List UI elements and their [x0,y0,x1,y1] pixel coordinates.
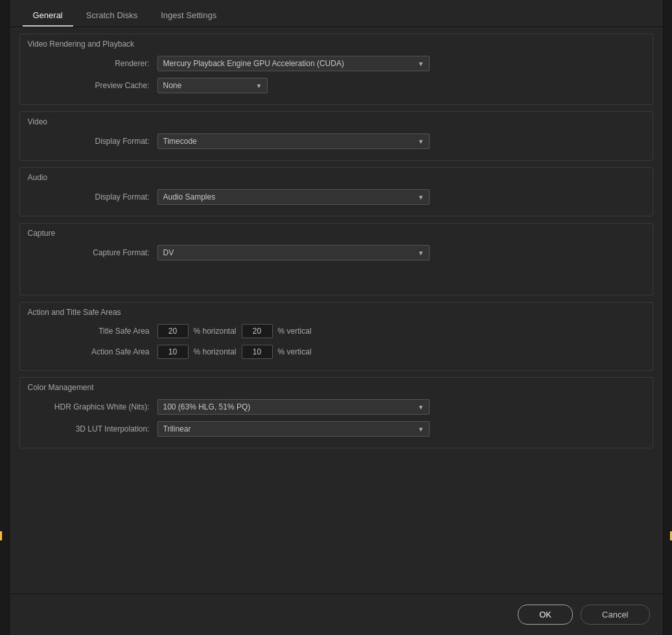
action-safe-label: Action Safe Area [33,347,150,356]
hdr-graphics-row: HDR Graphics White (Nits): 100 (63% HLG,… [20,396,653,418]
color-management-section: Color Management HDR Graphics White (Nit… [19,377,653,448]
tab-scratch-disks[interactable]: Scratch Disks [76,5,148,27]
action-safe-percent-v-label: % vertical [278,347,312,356]
lut-interpolation-row: 3D LUT Interpolation: Trilinear Tetrahed… [20,418,653,440]
tabs-bar: General Scratch Disks Ingest Settings [10,0,663,27]
capture-section-title: Capture [20,224,653,242]
title-safe-label: Title Safe Area [33,327,150,336]
color-management-title: Color Management [20,378,653,396]
cancel-button[interactable]: Cancel [581,605,649,625]
video-display-format-label: Display Format: [33,137,150,146]
audio-display-format-select[interactable]: Audio Samples Milliseconds [157,189,430,205]
ok-button[interactable]: OK [518,605,573,625]
preview-cache-select-wrapper: None Auto Custom ▼ [157,78,268,93]
preview-cache-label: Preview Cache: [33,81,150,90]
video-display-format-select-wrapper: Timecode Frames Feet + Frames Samples ▼ [157,133,430,149]
audio-display-format-select-wrapper: Audio Samples Milliseconds ▼ [157,189,430,205]
renderer-select[interactable]: Mercury Playback Engine GPU Acceleration… [157,56,430,71]
preview-cache-select[interactable]: None Auto Custom [157,78,268,93]
action-safe-row: Action Safe Area % horizontal % vertical [20,341,653,362]
hdr-graphics-select-wrapper: 100 (63% HLG, 51% PQ) 200 300 400 500 10… [157,399,430,415]
preview-cache-row: Preview Cache: None Auto Custom ▼ [20,75,653,97]
title-safe-row: Title Safe Area % horizontal % vertical [20,321,653,341]
action-safe-vertical-input[interactable] [242,345,273,359]
left-yellow-indicator [0,531,2,540]
capture-format-row: Capture Format: DV HDV ▼ [20,242,653,264]
video-section-title: Video [20,112,653,130]
content-area: Video Rendering and Playback Renderer: M… [10,27,663,594]
tab-ingest-settings[interactable]: Ingest Settings [150,5,227,27]
renderer-label: Renderer: [33,59,150,68]
video-display-format-row: Display Format: Timecode Frames Feet + F… [20,130,653,152]
capture-section: Capture Capture Format: DV HDV ▼ [19,223,653,295]
hdr-graphics-label: HDR Graphics White (Nits): [33,402,150,411]
capture-format-label: Capture Format: [33,248,150,257]
title-safe-vertical-input[interactable] [242,324,273,338]
preferences-dialog: General Scratch Disks Ingest Settings Vi… [9,0,664,635]
action-safe-horizontal-input[interactable] [157,345,189,359]
audio-display-format-label: Display Format: [33,192,150,202]
video-display-format-select[interactable]: Timecode Frames Feet + Frames Samples [157,133,430,149]
video-rendering-title: Video Rendering and Playback [20,34,653,52]
capture-format-select-wrapper: DV HDV ▼ [157,245,430,260]
hdr-graphics-select[interactable]: 100 (63% HLG, 51% PQ) 200 300 400 500 10… [157,399,430,415]
capture-format-select[interactable]: DV HDV [157,245,430,260]
audio-section-title: Audio [20,168,653,186]
title-safe-percent-h-label: % horizontal [194,327,237,336]
title-safe-percent-v-label: % vertical [278,327,312,336]
audio-section: Audio Display Format: Audio Samples Mill… [19,167,653,216]
renderer-select-wrapper: Mercury Playback Engine GPU Acceleration… [157,56,430,71]
safe-areas-title: Action and Title Safe Areas [20,303,653,321]
safe-areas-section: Action and Title Safe Areas Title Safe A… [19,302,653,371]
lut-interpolation-select-wrapper: Trilinear Tetrahedral ▼ [157,421,430,437]
tab-general[interactable]: General [23,5,73,27]
lut-interpolation-label: 3D LUT Interpolation: [33,424,150,433]
audio-display-format-row: Display Format: Audio Samples Millisecon… [20,186,653,208]
video-section: Video Display Format: Timecode Frames Fe… [19,111,653,161]
action-safe-percent-h-label: % horizontal [194,347,237,356]
video-rendering-section: Video Rendering and Playback Renderer: M… [19,34,653,105]
renderer-row: Renderer: Mercury Playback Engine GPU Ac… [20,52,653,75]
title-safe-horizontal-input[interactable] [157,324,189,338]
dialog-footer: OK Cancel [10,594,663,635]
lut-interpolation-select[interactable]: Trilinear Tetrahedral [157,421,430,437]
